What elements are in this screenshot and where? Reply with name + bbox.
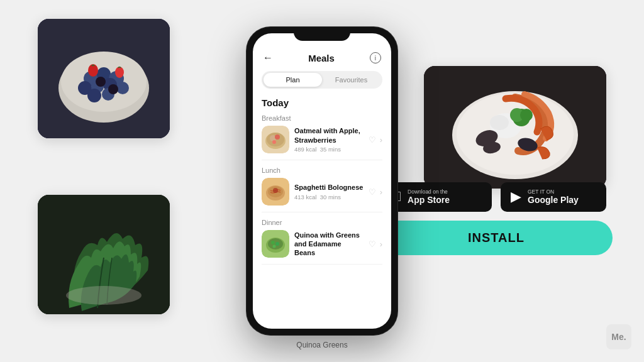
googleplay-text: GET IT ON Google Play xyxy=(528,189,579,206)
chevron-icon-lunch[interactable]: › xyxy=(380,187,382,197)
svg-point-15 xyxy=(115,67,124,78)
heart-icon[interactable]: ♡ xyxy=(369,135,376,145)
install-button[interactable]: INSTALL xyxy=(380,221,613,255)
appstore-text: Download on the App Store xyxy=(408,189,450,206)
svg-point-14 xyxy=(88,64,98,77)
seafood-card xyxy=(424,66,606,189)
chevron-icon[interactable]: › xyxy=(380,135,382,145)
today-section-label: Today xyxy=(262,97,382,108)
meal-actions-spaghetti: ♡ › xyxy=(369,187,382,197)
svg-point-38 xyxy=(273,188,278,193)
meal-img-quinoa xyxy=(262,230,289,258)
tab-bar: Plan Favourites xyxy=(262,71,382,89)
lunch-label: Lunch xyxy=(262,167,382,174)
quinoa-bottom-label: Quinoa Greens xyxy=(296,341,347,349)
info-button[interactable]: i xyxy=(370,52,381,63)
chevron-icon-dinner[interactable]: › xyxy=(380,239,382,249)
meal-img-oatmeal xyxy=(262,126,289,153)
meal-info-oatmeal: Oatmeal with Apple, Strawberries 489 kca… xyxy=(294,126,364,153)
googleplay-button[interactable]: ▶ GET IT ON Google Play xyxy=(501,182,606,212)
meal-actions-oatmeal: ♡ › xyxy=(369,135,382,145)
svg-point-9 xyxy=(116,82,129,94)
greens-card xyxy=(38,195,170,314)
tab-favourites[interactable]: Favourites xyxy=(322,73,380,87)
svg-point-28 xyxy=(520,109,533,121)
berries-card xyxy=(38,19,170,138)
svg-point-44 xyxy=(273,245,276,248)
googleplay-small-text: GET IT ON xyxy=(528,189,579,195)
meal-name-quinoa: Quinoa with Greens and Edamame Beans xyxy=(294,231,364,258)
appstore-button[interactable]:  Download on the App Store xyxy=(386,182,492,212)
phone-mockup: ← Meals i Plan Favourites Today Breakfas… xyxy=(247,27,397,335)
heart-icon-lunch[interactable]: ♡ xyxy=(369,187,376,197)
svg-point-13 xyxy=(108,84,118,94)
svg-point-43 xyxy=(275,242,279,246)
meal-actions-quinoa: ♡ › xyxy=(369,239,382,249)
meal-name-oatmeal: Oatmeal with Apple, Strawberries xyxy=(294,126,364,145)
meal-item-dinner: Quinoa with Greens and Edamame Beans ♡ › xyxy=(262,230,382,265)
meal-name-spaghetti: Spaghetti Bolognese xyxy=(294,183,364,192)
dinner-label: Dinner xyxy=(262,219,382,226)
svg-point-34 xyxy=(272,140,276,144)
svg-point-22 xyxy=(490,115,509,130)
screen-title: Meals xyxy=(308,53,335,63)
me-logo: Me. xyxy=(606,324,631,349)
breakfast-label: Breakfast xyxy=(262,114,382,122)
play-icon: ▶ xyxy=(511,189,521,205)
store-buttons:  Download on the App Store ▶ GET IT ON … xyxy=(386,182,606,212)
heart-icon-dinner[interactable]: ♡ xyxy=(369,239,376,249)
svg-point-10 xyxy=(87,89,101,102)
meal-item-lunch: Spaghetti Bolognese 413 kcal 30 mins ♡ › xyxy=(262,178,382,212)
app-header: ← Meals i xyxy=(262,52,382,63)
meal-item-breakfast: Oatmeal with Apple, Strawberries 489 kca… xyxy=(262,126,382,160)
tab-plan[interactable]: Plan xyxy=(264,73,322,87)
meal-info-spaghetti: Spaghetti Bolognese 413 kcal 30 mins xyxy=(294,183,364,200)
meal-meta-oatmeal: 489 kcal 35 mins xyxy=(294,146,364,153)
phone-frame: ← Meals i Plan Favourites Today Breakfas… xyxy=(247,27,397,335)
phone-screen: ← Meals i Plan Favourites Today Breakfas… xyxy=(253,33,391,329)
meal-img-spaghetti xyxy=(262,178,289,206)
svg-point-17 xyxy=(66,286,142,305)
appstore-large-text: App Store xyxy=(408,195,450,206)
phone-notch xyxy=(294,27,350,41)
googleplay-large-text: Google Play xyxy=(528,195,579,206)
appstore-small-text: Download on the xyxy=(408,189,450,195)
meal-meta-spaghetti: 413 kcal 30 mins xyxy=(294,194,364,200)
svg-point-12 xyxy=(96,77,106,87)
meal-info-quinoa: Quinoa with Greens and Edamame Beans xyxy=(294,231,364,258)
svg-point-42 xyxy=(271,241,275,244)
back-button[interactable]: ← xyxy=(263,52,273,63)
svg-point-33 xyxy=(275,134,280,140)
cta-section:  Download on the App Store ▶ GET IT ON … xyxy=(380,182,613,255)
